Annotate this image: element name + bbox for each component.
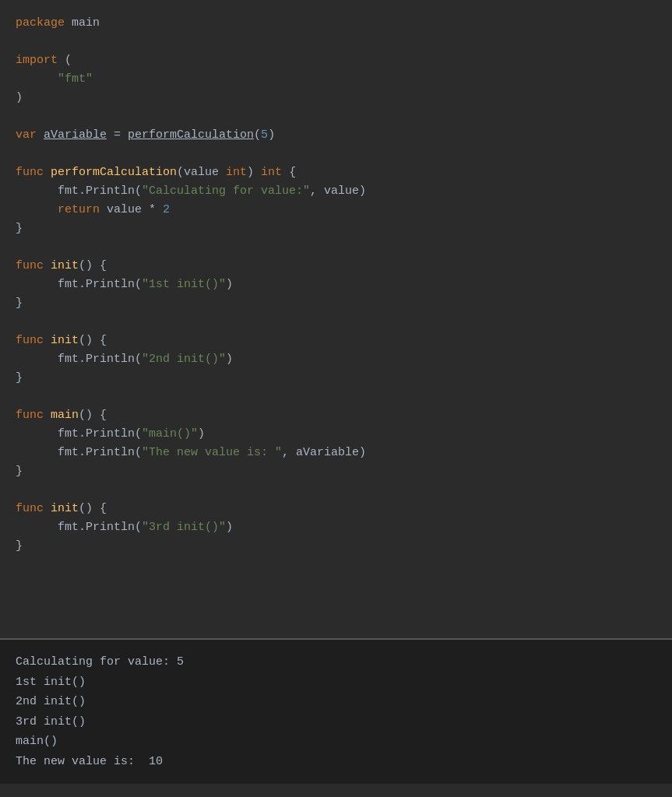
line-func-init3-close: } — [16, 537, 656, 556]
output-line-6: The new value is: 10 — [16, 752, 656, 772]
line-func-main-sig: func main() { — [16, 406, 656, 425]
line-func-perf-body2: return value * 2 — [16, 201, 656, 219]
blank-line — [16, 107, 656, 126]
line-func-init2-close: } — [16, 369, 656, 388]
line-import-close: ) — [16, 89, 656, 107]
line-func-init2-sig: func init() { — [16, 332, 656, 350]
line-func-main-close: } — [16, 462, 656, 481]
blank-line — [16, 481, 656, 500]
line-func-init3-body: fmt.Println("3rd init()") — [16, 518, 656, 537]
line-func-init1-sig: func init() { — [16, 257, 656, 276]
line-func-perf-sig: func performCalculation(value int) int { — [16, 163, 656, 182]
line-func-perf-close: } — [16, 219, 656, 238]
output-line-5: main() — [16, 732, 656, 752]
line-import-open: import ( — [16, 51, 656, 70]
output-line-1: Calculating for value: 5 — [16, 652, 656, 672]
output-line-2: 1st init() — [16, 672, 656, 693]
output-line-4: 3rd init() — [16, 712, 656, 732]
blank-line — [16, 313, 656, 332]
blank-line — [16, 388, 656, 406]
output-panel: Calculating for value: 5 1st init() 2nd … — [0, 638, 672, 784]
line-import-fmt: "fmt" — [16, 70, 656, 89]
line-func-main-body1: fmt.Println("main()") — [16, 425, 656, 444]
line-func-init1-close: } — [16, 294, 656, 313]
line-func-main-body2: fmt.Println("The new value is: ", aVaria… — [16, 444, 656, 462]
code-editor: package main import ( "fmt" ) var aVaria… — [0, 0, 672, 638]
line-var: var aVariable = performCalculation(5) — [16, 126, 656, 145]
blank-line — [16, 238, 656, 257]
blank-line — [16, 33, 656, 51]
output-line-3: 2nd init() — [16, 692, 656, 712]
line-func-perf-body1: fmt.Println("Calculating for value:", va… — [16, 182, 656, 201]
line-func-init1-body: fmt.Println("1st init()") — [16, 276, 656, 294]
line-func-init2-body: fmt.Println("2nd init()") — [16, 350, 656, 369]
line-func-init3-sig: func init() { — [16, 500, 656, 518]
blank-line — [16, 145, 656, 163]
line-package: package main — [16, 14, 656, 33]
